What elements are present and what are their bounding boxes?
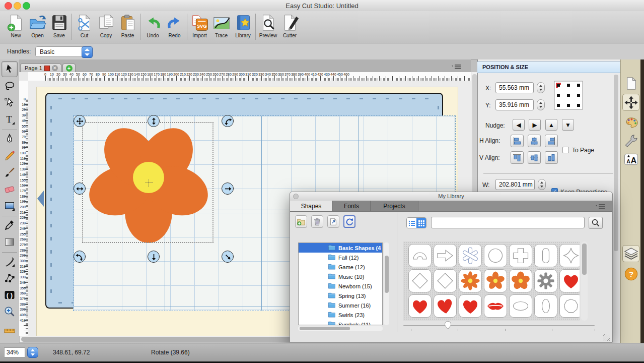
tool-rectangle[interactable] (2, 198, 17, 213)
shape-asterisk-thumbnail[interactable] (459, 244, 482, 267)
to-page-checkbox[interactable] (562, 147, 569, 153)
library-menu-icon[interactable] (595, 203, 605, 209)
tool-zoom[interactable] (2, 304, 17, 319)
align-left-button[interactable] (511, 135, 524, 147)
help-button[interactable]: ? (622, 265, 639, 282)
toolbar-library-button[interactable]: Library (232, 11, 254, 39)
tool-eraser[interactable] (2, 182, 17, 197)
nudge-right-button[interactable]: ▶ (529, 119, 541, 131)
toolbar-new-button[interactable]: New (5, 11, 27, 39)
align-right-button[interactable] (545, 135, 558, 147)
toolbar-redo-button[interactable]: Redo (164, 11, 185, 39)
folder-tree-hscrollbar[interactable] (298, 326, 383, 331)
toolbar-paste-button[interactable]: Paste (117, 11, 138, 39)
shape-arrow-right-thumbnail[interactable] (434, 244, 457, 267)
shape-star4-thumbnail[interactable] (559, 244, 580, 267)
library-tab-projects[interactable]: Projects (371, 201, 418, 211)
thumbnail-size-slider-thumb[interactable] (444, 321, 452, 330)
folder-tree-vscrollbar[interactable] (384, 243, 389, 325)
toolbar-preview-button[interactable]: Preview (257, 11, 279, 39)
x-stepper[interactable] (537, 82, 545, 93)
library-tab-shapes[interactable]: Shapes (290, 201, 333, 211)
shape-diamond-thumbnail[interactable] (408, 269, 432, 292)
align-top-button[interactable] (511, 151, 524, 164)
document-panel-button[interactable] (622, 75, 639, 92)
handle-move[interactable] (74, 115, 86, 127)
my-library-window[interactable]: My Library ShapesFontsProjects Basic Sha… (290, 192, 613, 343)
list-view-button[interactable] (407, 218, 416, 228)
handle-resize-left[interactable] (74, 183, 86, 195)
width-stepper[interactable] (538, 179, 546, 190)
folder-basic-shapes-4[interactable]: Basic Shapes (4 (299, 243, 382, 253)
toolbar-save-button[interactable]: Save (48, 11, 70, 39)
toolbar-copy-button[interactable]: Copy (95, 11, 117, 39)
folder-music-10-[interactable]: Music (10) (299, 272, 382, 281)
anchor-point-selector[interactable] (554, 81, 583, 110)
tool-brush[interactable] (2, 165, 17, 180)
toolbar-cutter-button[interactable]: Cutter (279, 11, 301, 39)
folder-fall-12-[interactable]: Fall (12) (299, 253, 382, 262)
grid-view-button[interactable] (416, 218, 426, 228)
handle-resize-bottom[interactable] (148, 251, 160, 263)
delete-button[interactable] (311, 215, 323, 228)
shape-nonagon-thumbnail[interactable] (559, 294, 580, 318)
shape-circle-thumbnail[interactable] (484, 244, 507, 267)
toolbar-import-button[interactable]: SVGImport (189, 11, 210, 39)
shape-gear-thumbnail[interactable] (534, 269, 557, 292)
folder-summer-16-[interactable]: Summer (16) (299, 300, 382, 310)
handle-resize-right[interactable] (222, 183, 234, 195)
thumbnail-size-slider-track[interactable] (403, 325, 595, 326)
shape-heart-swirl-thumbnail[interactable] (434, 294, 457, 318)
width-input[interactable]: 202.801 mm (495, 179, 535, 190)
tool-knife[interactable] (2, 254, 17, 269)
shape-pill-thumbnail[interactable] (534, 244, 557, 267)
tool-brackets[interactable]: ( ) (2, 287, 17, 302)
shape-daisy-thumbnail[interactable] (459, 269, 482, 292)
x-input[interactable]: 55.563 mm (495, 82, 534, 93)
align-bottom-button[interactable] (545, 151, 558, 164)
refresh-button[interactable] (343, 215, 355, 228)
tabbar-menu-icon[interactable] (451, 63, 461, 69)
align-center-h-button[interactable] (528, 135, 541, 147)
nudge-up-button[interactable]: ▲ (545, 119, 557, 131)
shape-flower5-thumbnail[interactable] (484, 269, 507, 292)
shape-ellipse-h-thumbnail[interactable] (509, 294, 532, 318)
tool-eyedropper[interactable] (2, 218, 17, 233)
shape-heart-thumbnail[interactable] (408, 294, 432, 318)
fill-stroke-panel-button[interactable] (622, 114, 639, 131)
layers-panel-button[interactable] (622, 245, 639, 262)
toolbar-undo-button[interactable]: Undo (142, 11, 164, 39)
library-search-input[interactable] (431, 217, 585, 228)
shape-heart-thumbnail[interactable] (559, 269, 580, 292)
toolbar-trace-button[interactable]: Trace (210, 11, 232, 39)
shape-grid-scrollbar[interactable] (581, 241, 588, 321)
nudge-down-button[interactable]: ▼ (562, 119, 574, 131)
tool-lasso[interactable] (2, 79, 17, 94)
folder-tree[interactable]: Basic Shapes (4Fall (12)Game (12)Music (… (298, 243, 383, 325)
shape-diamond-thumbnail[interactable] (434, 269, 457, 292)
tool-direct-select[interactable] (2, 95, 17, 110)
tool-node-edit[interactable] (2, 271, 17, 286)
toolbar-cut-button[interactable]: Cut (74, 11, 95, 39)
tool-pen[interactable] (2, 132, 17, 147)
shape-heart-thumbnail[interactable] (459, 294, 482, 318)
panel-scrollbar[interactable] (614, 74, 618, 331)
resize-grip[interactable] (603, 334, 610, 341)
page-color-swatch[interactable] (44, 66, 50, 71)
y-stepper[interactable] (537, 99, 545, 110)
library-title-bar[interactable]: My Library (290, 192, 612, 201)
library-tab-fonts[interactable]: Fonts (333, 201, 371, 211)
toolbar-open-button[interactable]: Open (27, 11, 48, 39)
folder-game-12-[interactable]: Game (12) (299, 262, 382, 272)
shape-flower5b-thumbnail[interactable] (509, 269, 532, 292)
folder-spring-13-[interactable]: Spring (13) (299, 291, 382, 300)
shape-ellipse-v-thumbnail[interactable] (534, 294, 557, 318)
handle-resize-br[interactable] (222, 251, 234, 263)
nudge-left-button[interactable]: ◀ (513, 119, 525, 131)
tool-select[interactable] (2, 61, 18, 77)
handle-rotate-bl[interactable] (74, 251, 86, 263)
zoom-stepper[interactable] (27, 347, 38, 358)
align-middle-v-button[interactable] (528, 151, 541, 164)
handles-dropdown-stepper[interactable] (82, 46, 93, 58)
folder-symbols-11-[interactable]: Symbols (11) (299, 320, 382, 325)
